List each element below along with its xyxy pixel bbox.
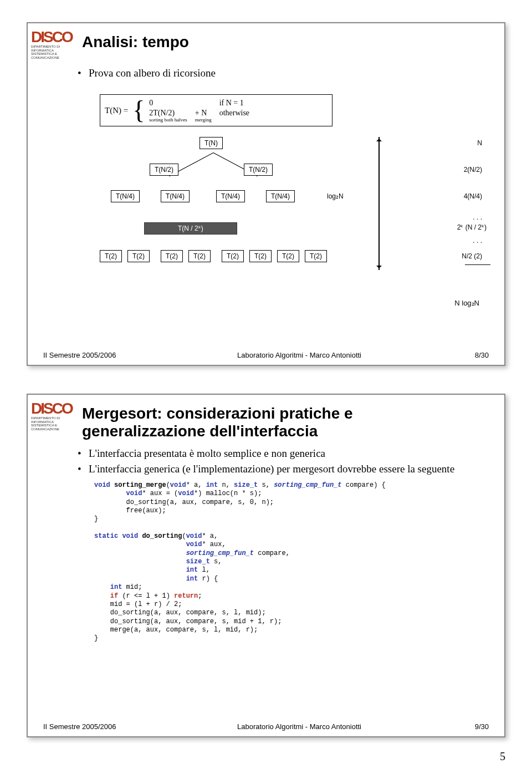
- l6f: * a,: [202, 532, 218, 540]
- footer2-center: Laboratorio Algoritmi - Marco Antoniotti: [154, 722, 444, 731]
- l13c: (r <= l + 1): [118, 592, 174, 600]
- logo-2: DISCO DIPARTIMENTO DI INFORMATICA SISTEM…: [31, 401, 75, 431]
- l15: do_sorting(a, aux, compare, s, l, mid);: [94, 609, 266, 617]
- slide2-footer: II Semestre 2005/2006 Laboratorio Algori…: [43, 722, 489, 731]
- brace-icon: {: [132, 99, 145, 121]
- i12: [94, 583, 110, 591]
- annot-bar: 2ᵏ (N / 2ᵏ): [457, 223, 487, 231]
- footer2-right: 9/30: [444, 722, 489, 731]
- f-note-b: merging: [195, 118, 212, 122]
- fn-sorting-merge: sorting_merge: [114, 481, 166, 489]
- f-note-a: sorting both halves: [149, 118, 187, 122]
- node-bar: T(N / 2ᵏ): [144, 222, 237, 235]
- node-l1-a: T(N/2): [150, 164, 178, 176]
- formula-lhs: T(N) =: [105, 106, 128, 115]
- node-l2-1: T(N/4): [161, 190, 190, 202]
- slide1-header: DISCO DIPARTIMENTO DI INFORMATICA SISTEM…: [28, 23, 504, 60]
- node-l2-2: T(N/4): [216, 190, 245, 202]
- leaf-7: T(2): [305, 250, 327, 262]
- l12c: mid;: [122, 583, 142, 591]
- slide2-bullet-0: L'interfaccia presentata è molto semplic…: [78, 447, 482, 460]
- kw-static-void: static void: [94, 532, 138, 540]
- fn-do-sorting: do_sorting: [142, 532, 182, 540]
- logo: DISCO DIPARTIMENTO DI INFORMATICA SISTEM…: [31, 30, 75, 60]
- l2e: *) malloc(n * s);: [194, 490, 262, 497]
- kw-void-3: void: [126, 490, 142, 497]
- recurrence-formula: T(N) = { 0 if N = 1 2T(N/2) sorting both…: [100, 94, 332, 126]
- l13e: ;: [198, 592, 202, 600]
- l9c: s,: [210, 558, 222, 566]
- ty-cmpfun-2: sorting_cmp_fun_t: [186, 549, 254, 557]
- kw-void-4: void: [178, 490, 194, 497]
- slide1-bullet-0: Prova con albero di ricorsione: [78, 67, 482, 80]
- i9: [94, 558, 186, 566]
- kw-if: if: [110, 592, 118, 600]
- kw-size-t-1: size_t: [234, 481, 258, 489]
- l7c: * aux,: [202, 541, 226, 548]
- node-root: T(N): [200, 137, 223, 149]
- slide2-header: DISCO DIPARTIMENTO DI INFORMATICA SISTEM…: [28, 395, 504, 440]
- leaf-3: T(2): [188, 250, 211, 262]
- l6d: (: [182, 532, 186, 540]
- p4: s,: [258, 481, 274, 489]
- l4: free(aux);: [94, 507, 166, 515]
- p5: compare) {: [342, 481, 386, 489]
- slide2-title: Mergesort: considerazioni pratiche e gen…: [82, 401, 459, 440]
- node-l2-0: T(N/4): [111, 190, 140, 202]
- leaf-2: T(2): [161, 250, 183, 262]
- p2: * a,: [186, 481, 206, 489]
- height-arrow-icon: [378, 137, 380, 270]
- tree-total: N log₂N: [454, 299, 479, 307]
- i10: [94, 566, 186, 574]
- p1: (: [166, 481, 170, 489]
- kw-return: return: [174, 592, 198, 600]
- annot-l2: 4(N/4): [464, 192, 482, 200]
- i7: [94, 541, 186, 548]
- kw-void-5: void: [186, 532, 202, 540]
- kw-void-1: void: [94, 481, 110, 489]
- annot-root: N: [477, 139, 482, 147]
- l17: merge(a, aux, compare, s, l, mid, r);: [94, 626, 258, 634]
- recursion-tree: T(N) N T(N/2) T(N/2) 2(N/2) T(N/4) T(N/4…: [89, 137, 443, 272]
- leaf-5: T(2): [249, 250, 272, 262]
- i11: [94, 575, 186, 583]
- annot-dots1: . . .: [473, 213, 482, 221]
- l5: }: [94, 515, 98, 523]
- logo-subtitle: DIPARTIMENTO DI INFORMATICA SISTEMISTICA…: [31, 45, 75, 59]
- logo-glyph-2: DISCO: [31, 401, 75, 415]
- f-r2-a-val: 2T(N/2): [149, 109, 175, 117]
- l11c: r) {: [198, 575, 218, 583]
- l16: do_sorting(a, aux, compare, s, mid + 1, …: [94, 618, 282, 625]
- i13: [94, 592, 110, 600]
- tree-height-label: log₂N: [327, 192, 344, 200]
- slide1-title: Analisi: tempo: [82, 30, 189, 51]
- annot-leaf: N/2 (2): [462, 252, 482, 260]
- l8c: compare,: [254, 549, 290, 557]
- f-r1-b: [195, 99, 212, 108]
- leaf-6: T(2): [277, 250, 299, 262]
- f-r2-c: otherwise: [219, 109, 249, 122]
- l3: do_sorting(a, aux, compare, s, 0, n);: [94, 498, 274, 506]
- leaf-4: T(2): [222, 250, 244, 262]
- l14: mid = (l + r) / 2;: [94, 600, 182, 608]
- kw-int-4: int: [110, 583, 122, 591]
- annot-l1: 2(N/2): [464, 166, 482, 174]
- l10c: l,: [198, 566, 210, 574]
- page-number: 5: [500, 750, 505, 763]
- kw-size-t-2: size_t: [186, 558, 210, 566]
- slide-1: DISCO DIPARTIMENTO DI INFORMATICA SISTEM…: [27, 22, 505, 366]
- leaf-0: T(2): [100, 250, 122, 262]
- code-block: void sorting_merge(void* a, int n, size_…: [28, 478, 504, 643]
- footer2-left: II Semestre 2005/2006: [43, 722, 154, 731]
- kw-int-1: int: [206, 481, 218, 489]
- leaf-1: T(2): [127, 250, 150, 262]
- f-r2-a: 2T(N/2) sorting both halves: [149, 109, 187, 122]
- l2c: * aux = (: [142, 490, 178, 497]
- footer1-right: 8/30: [444, 351, 489, 359]
- slide-2: DISCO DIPARTIMENTO DI INFORMATICA SISTEM…: [27, 394, 505, 737]
- f-r1-c: if N = 1: [219, 99, 249, 108]
- node-l2-3: T(N/4): [266, 190, 295, 202]
- footer1-left: II Semestre 2005/2006: [43, 351, 154, 359]
- footer1-center: Laboratorio Algoritmi - Marco Antoniotti: [154, 351, 444, 359]
- kw-int-3: int: [186, 575, 198, 583]
